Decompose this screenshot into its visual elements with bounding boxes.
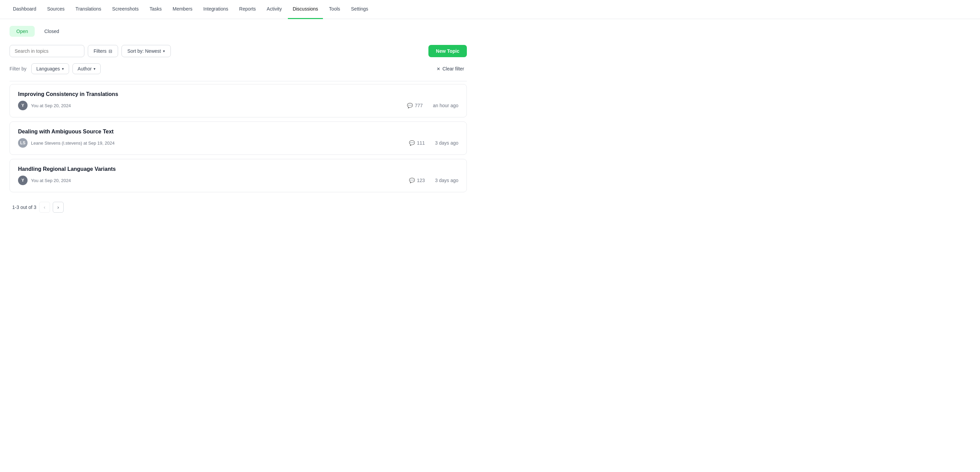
topic-stats: 💬 111 bbox=[409, 140, 425, 146]
comment-count: 111 bbox=[417, 140, 425, 146]
nav-item-reports[interactable]: Reports bbox=[234, 0, 261, 19]
filter-by-label: Filter by bbox=[10, 66, 27, 72]
pagination: 1-3 out of 3 ‹ › bbox=[10, 196, 467, 215]
topic-author: Leane Stevens (l.stevens) at Sep 19, 202… bbox=[31, 141, 406, 146]
author-filter[interactable]: Author ▾ bbox=[73, 63, 101, 74]
filter-row: Filter by Languages ▾ Author ▾ ✕ Clear f… bbox=[10, 63, 467, 74]
sort-button[interactable]: Sort by: Newest ▾ bbox=[121, 45, 171, 57]
next-page-button[interactable]: › bbox=[53, 202, 64, 213]
clear-filter-button[interactable]: ✕ Clear filter bbox=[434, 65, 467, 73]
topic-title: Improving Consistency in Translations bbox=[18, 91, 458, 97]
chevron-down-icon: ▾ bbox=[94, 67, 95, 71]
topic-list: Improving Consistency in Translations Y … bbox=[10, 81, 467, 196]
chevron-down-icon: ▾ bbox=[62, 67, 64, 71]
nav-item-integrations[interactable]: Integrations bbox=[199, 0, 233, 19]
avatar: Y bbox=[18, 101, 27, 110]
nav-item-tasks[interactable]: Tasks bbox=[145, 0, 166, 19]
nav-item-screenshots[interactable]: Screenshots bbox=[108, 0, 143, 19]
top-navigation: DashboardSourcesTranslationsScreenshotsT… bbox=[0, 0, 980, 19]
chevron-down-icon: ▾ bbox=[163, 49, 165, 53]
topic-time: 3 days ago bbox=[435, 178, 459, 183]
nav-item-discussions[interactable]: Discussions bbox=[288, 0, 323, 19]
topic-time: an hour ago bbox=[433, 103, 458, 108]
topic-title: Dealing with Ambiguous Source Text bbox=[18, 129, 458, 135]
avatar: LS bbox=[18, 138, 27, 148]
main-content: Open Closed Filters ⊟ Sort by: Newest ▾ … bbox=[0, 19, 476, 222]
x-icon: ✕ bbox=[437, 66, 440, 72]
search-input[interactable] bbox=[10, 45, 84, 57]
comment-count: 123 bbox=[417, 178, 425, 183]
topic-card[interactable]: Improving Consistency in Translations Y … bbox=[10, 84, 467, 118]
nav-item-sources[interactable]: Sources bbox=[43, 0, 69, 19]
comment-icon: 💬 bbox=[409, 140, 415, 146]
languages-filter[interactable]: Languages ▾ bbox=[31, 63, 69, 74]
topic-meta: LS Leane Stevens (l.stevens) at Sep 19, … bbox=[18, 138, 458, 148]
toolbar: Filters ⊟ Sort by: Newest ▾ New Topic bbox=[10, 45, 467, 57]
topic-card[interactable]: Handling Regional Language Variants Y Yo… bbox=[10, 159, 467, 192]
sort-text: Sort by: Newest bbox=[127, 48, 161, 54]
topic-meta: Y You at Sep 20, 2024 💬 123 3 days ago bbox=[18, 176, 458, 185]
avatar: Y bbox=[18, 176, 27, 185]
nav-item-activity[interactable]: Activity bbox=[262, 0, 286, 19]
new-topic-button[interactable]: New Topic bbox=[428, 45, 467, 57]
topic-author: You at Sep 20, 2024 bbox=[31, 178, 406, 183]
topic-meta: Y You at Sep 20, 2024 💬 777 an hour ago bbox=[18, 101, 458, 110]
nav-item-translations[interactable]: Translations bbox=[71, 0, 106, 19]
comment-count: 777 bbox=[415, 103, 423, 108]
pagination-summary: 1-3 out of 3 bbox=[12, 205, 37, 210]
comment-icon: 💬 bbox=[409, 178, 415, 183]
filter-icon: ⊟ bbox=[108, 49, 112, 54]
nav-item-members[interactable]: Members bbox=[168, 0, 197, 19]
tab-closed[interactable]: Closed bbox=[37, 26, 66, 37]
tab-open[interactable]: Open bbox=[10, 26, 35, 37]
nav-item-settings[interactable]: Settings bbox=[347, 0, 373, 19]
topic-stats: 💬 777 bbox=[407, 103, 423, 108]
topic-title: Handling Regional Language Variants bbox=[18, 166, 458, 172]
filter-text: Filters bbox=[94, 48, 107, 54]
topic-card[interactable]: Dealing with Ambiguous Source Text LS Le… bbox=[10, 121, 467, 155]
comment-icon: 💬 bbox=[407, 103, 413, 108]
status-tabs: Open Closed bbox=[10, 26, 467, 37]
topic-stats: 💬 123 bbox=[409, 178, 425, 183]
topic-time: 3 days ago bbox=[435, 140, 459, 146]
filters-button[interactable]: Filters ⊟ bbox=[88, 45, 118, 57]
nav-item-tools[interactable]: Tools bbox=[324, 0, 345, 19]
topic-author: You at Sep 20, 2024 bbox=[31, 103, 404, 108]
nav-item-dashboard[interactable]: Dashboard bbox=[8, 0, 41, 19]
prev-page-button[interactable]: ‹ bbox=[39, 202, 50, 213]
